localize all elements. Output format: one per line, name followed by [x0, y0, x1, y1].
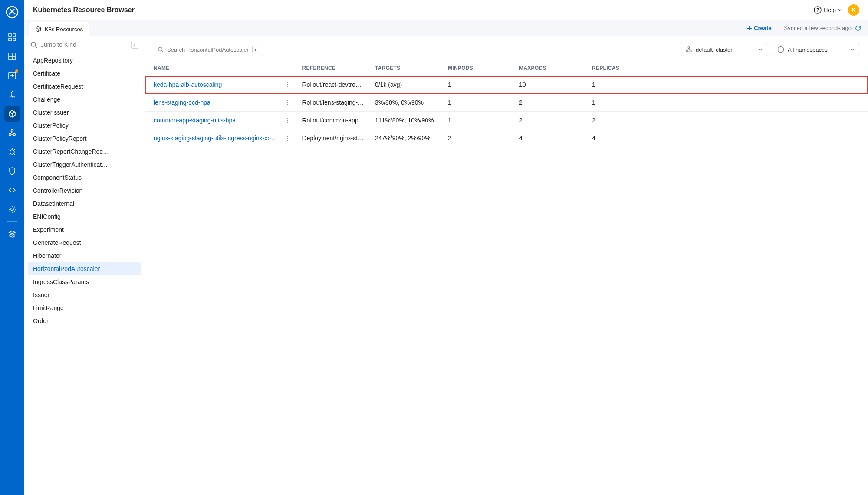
svg-point-26 — [31, 42, 36, 46]
col-header-maxpods[interactable]: MAXPODS — [514, 61, 587, 76]
chevron-down-icon — [838, 8, 842, 12]
cell-maxpods: 2 — [514, 94, 587, 112]
col-header-reference[interactable]: REFERENCE — [297, 61, 370, 76]
nav-apps-icon[interactable] — [4, 30, 20, 45]
search-input[interactable] — [167, 46, 249, 53]
tab-k8s-resources[interactable]: K8s Resources — [29, 22, 89, 36]
svg-line-22 — [14, 149, 15, 150]
kind-item[interactable]: ENIConfig — [28, 210, 141, 223]
kind-item[interactable]: ControllerRevision — [28, 184, 141, 197]
refresh-icon[interactable] — [855, 25, 861, 31]
create-button[interactable]: Create — [747, 25, 771, 31]
cluster-dropdown[interactable]: default_cluster — [681, 43, 767, 56]
svg-rect-1 — [9, 34, 11, 36]
col-header-name[interactable]: NAME — [145, 61, 297, 76]
cell-minpods: 2 — [443, 129, 514, 147]
app-logo-icon[interactable] — [4, 4, 20, 20]
svg-point-25 — [817, 11, 818, 12]
row-menu-icon[interactable]: ⋮ — [284, 81, 292, 88]
kind-item[interactable]: Order — [28, 314, 141, 327]
search-box[interactable]: r — [154, 43, 263, 56]
cluster-icon — [685, 46, 692, 53]
jump-input[interactable] — [41, 41, 128, 48]
kind-item[interactable]: CertificateRequest — [28, 80, 141, 93]
table-area: r default_cluster All namespaces — [145, 36, 868, 495]
nav-cube-icon[interactable] — [4, 106, 20, 122]
kinds-list[interactable]: AppRepositoryCertificateCertificateReque… — [24, 52, 145, 495]
nav-stack-icon[interactable] — [4, 226, 20, 242]
svg-point-0 — [7, 7, 18, 18]
kind-item[interactable]: ComponentStatus — [28, 171, 141, 184]
col-header-targets[interactable]: TARGETS — [370, 61, 443, 76]
resource-name-link[interactable]: lens-staging-dcd-hpa — [154, 99, 210, 106]
table-row[interactable]: keda-hpa-alb-autoscaling⋮ Rollout/react-… — [145, 76, 868, 94]
kind-item[interactable]: DatasetInternal — [28, 197, 141, 210]
nav-rocket-icon[interactable] — [4, 87, 20, 102]
nav-code-icon[interactable] — [4, 182, 20, 198]
kind-item[interactable]: AppRepository — [28, 54, 141, 67]
cell-reference: Deployment/nginx-sta… — [297, 129, 370, 147]
cell-reference: Rollout/lens-staging-dcd — [297, 94, 370, 112]
cell-targets: 3%/80%, 0%/90% — [370, 94, 443, 112]
namespace-dropdown[interactable]: All namespaces — [773, 43, 859, 56]
nav-add-icon[interactable] — [4, 68, 20, 83]
row-menu-icon[interactable]: ⋮ — [284, 117, 292, 124]
row-menu-icon[interactable]: ⋮ — [284, 99, 292, 106]
header: Kubernetes Resource Browser Help K — [24, 0, 868, 20]
kind-item[interactable]: Certificate — [28, 67, 141, 80]
help-label: Help — [823, 7, 836, 13]
svg-rect-3 — [9, 38, 11, 41]
kind-item[interactable]: LimitRange — [28, 301, 141, 314]
avatar[interactable]: K — [848, 4, 859, 16]
cell-targets: 0/1k (avg) — [370, 76, 443, 94]
plus-icon — [747, 26, 752, 31]
jump-to-kind[interactable]: k — [24, 36, 145, 52]
resource-name-link[interactable]: common-app-staging-utils-hpa — [154, 117, 236, 124]
tab-label: K8s Resources — [45, 26, 83, 33]
table-row[interactable]: lens-staging-dcd-hpa⋮ Rollout/lens-stagi… — [145, 94, 868, 112]
col-header-replicas[interactable]: REPLICAS — [587, 61, 868, 76]
kind-item[interactable]: HorizontalPodAutoscaler — [28, 262, 141, 275]
kind-item[interactable]: ClusterIssuer — [28, 106, 141, 119]
nav-gear-icon[interactable] — [4, 201, 20, 217]
kind-item[interactable]: GenerateRequest — [28, 236, 141, 249]
kind-item[interactable]: ClusterPolicyReport — [28, 132, 141, 145]
cell-targets: 247%/90%, 2%/90% — [370, 129, 443, 147]
nav-bug-icon[interactable] — [4, 144, 20, 160]
help-button[interactable]: Help — [814, 6, 842, 14]
nav-grid-icon[interactable] — [4, 49, 20, 64]
nav-shield-icon[interactable] — [4, 163, 20, 179]
kind-item[interactable]: Issuer — [28, 288, 141, 301]
kind-item[interactable]: ClusterTriggerAuthenticat… — [28, 158, 141, 171]
kind-item[interactable]: Experiment — [28, 223, 141, 236]
sync-status-text: Synced a few seconds ago — [784, 25, 852, 31]
main-content: Kubernetes Resource Browser Help K K8s R… — [24, 0, 868, 495]
resource-name-link[interactable]: keda-hpa-alb-autoscaling — [154, 81, 222, 88]
cell-reference: Rollout/common-app-s… — [297, 112, 370, 129]
sync-status: Synced a few seconds ago — [784, 25, 861, 31]
table-row[interactable]: nginx-staging-staging-utils-ingress-ngin… — [145, 129, 868, 147]
svg-point-11 — [11, 130, 13, 132]
row-menu-icon[interactable]: ⋮ — [284, 135, 292, 142]
kind-item[interactable]: Challenge — [28, 93, 141, 106]
chevron-down-icon — [758, 47, 763, 52]
cell-replicas: 1 — [587, 94, 868, 112]
namespace-dropdown-label: All namespaces — [788, 46, 828, 53]
kind-item[interactable]: ClusterReportChangeReq… — [28, 145, 141, 158]
cell-minpods: 1 — [443, 94, 514, 112]
table-row[interactable]: common-app-staging-utils-hpa⋮ Rollout/co… — [145, 112, 868, 129]
cluster-dropdown-label: default_cluster — [696, 46, 733, 53]
search-icon — [158, 46, 164, 53]
svg-point-30 — [688, 47, 690, 49]
resource-name-link[interactable]: nginx-staging-staging-utils-ingress-ngin… — [154, 135, 280, 142]
svg-rect-2 — [13, 34, 16, 36]
cell-maxpods: 10 — [514, 76, 587, 94]
kind-item[interactable]: IngressClassParams — [28, 275, 141, 288]
kind-item[interactable]: ClusterPolicy — [28, 119, 141, 132]
kind-item[interactable]: Hibernator — [28, 249, 141, 262]
svg-rect-4 — [13, 38, 16, 41]
resource-table: NAME REFERENCE TARGETS MINPODS MAXPODS R… — [145, 61, 868, 147]
create-label: Create — [754, 25, 771, 31]
nav-cluster-icon[interactable] — [4, 125, 20, 141]
col-header-minpods[interactable]: MINPODS — [443, 61, 514, 76]
